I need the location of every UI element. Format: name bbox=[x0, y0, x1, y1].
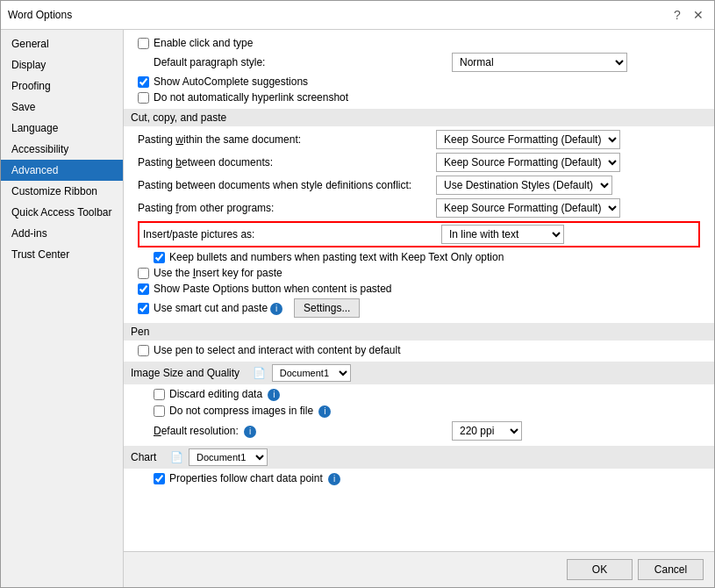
chart-header-text: Chart bbox=[131, 451, 156, 463]
show-paste-options-label: Show Paste Options button when content i… bbox=[154, 283, 392, 295]
use-smart-cut-checkbox[interactable] bbox=[138, 303, 149, 314]
sidebar-item-quick-access-toolbar[interactable]: Quick Access Toolbar bbox=[1, 202, 123, 223]
default-paragraph-style-select[interactable]: Normal bbox=[452, 53, 627, 72]
use-insert-key-label: Use the Insert key for paste bbox=[154, 267, 282, 279]
help-button[interactable]: ? bbox=[669, 6, 686, 24]
sidebar-item-language[interactable]: Language bbox=[1, 118, 123, 139]
sidebar-item-trust-center[interactable]: Trust Center bbox=[1, 244, 123, 265]
image-size-header-text: Image Size and Quality bbox=[131, 367, 240, 379]
sidebar-item-add-ins[interactable]: Add-ins bbox=[1, 223, 123, 244]
pasting-style-conflict-row: Pasting between documents when style def… bbox=[138, 176, 700, 195]
doc-chart-icon: 📄 bbox=[253, 367, 266, 379]
pasting-between-docs-select[interactable]: Keep Source Formatting (Default) bbox=[436, 153, 620, 172]
enable-click-type-label: Enable click and type bbox=[154, 37, 253, 49]
do-not-compress-row: Do not compress images in file i bbox=[138, 405, 700, 418]
main-panel: Enable click and type Default paragraph … bbox=[124, 30, 714, 587]
properties-follow-info-icon: i bbox=[328, 473, 340, 485]
properties-follow-label: Properties follow chart data point i bbox=[169, 472, 340, 485]
content-area: General Display Proofing Save Language A… bbox=[1, 30, 714, 587]
default-resolution-row: Default resolution: i 96 ppi 150 ppi 220… bbox=[138, 421, 700, 441]
cut-copy-paste-header: Cut, copy, and paste bbox=[124, 109, 714, 126]
do-not-hyperlink-checkbox[interactable] bbox=[138, 92, 149, 104]
pasting-same-doc-label: Pasting within the same document: bbox=[138, 133, 436, 146]
smart-cut-info-icon: i bbox=[270, 303, 282, 315]
use-smart-cut-label: Use smart cut and pastei bbox=[154, 302, 282, 315]
discard-editing-label: Discard editing data i bbox=[169, 388, 280, 401]
enable-click-type-row: Enable click and type bbox=[138, 37, 700, 49]
properties-follow-checkbox[interactable] bbox=[154, 473, 165, 484]
chart-header: Chart 📄 Document1 bbox=[124, 446, 714, 469]
sidebar-item-display[interactable]: Display bbox=[1, 54, 123, 75]
sidebar-item-accessibility[interactable]: Accessibility bbox=[1, 139, 123, 160]
sidebar-item-proofing[interactable]: Proofing bbox=[1, 75, 123, 97]
properties-follow-row: Properties follow chart data point i bbox=[138, 472, 700, 485]
default-resolution-label: Default resolution: i bbox=[154, 425, 452, 438]
enable-click-type-checkbox[interactable] bbox=[138, 38, 149, 49]
discard-editing-info-icon: i bbox=[268, 389, 280, 401]
do-not-compress-checkbox[interactable] bbox=[154, 405, 165, 417]
do-not-compress-info-icon: i bbox=[318, 405, 331, 418]
insert-paste-row: Insert/paste pictures as: In line with t… bbox=[138, 221, 700, 247]
pasting-same-doc-row: Pasting within the same document: Keep S… bbox=[138, 130, 700, 149]
cancel-button[interactable]: Cancel bbox=[638, 559, 704, 580]
show-paste-options-row: Show Paste Options button when content i… bbox=[138, 283, 700, 295]
insert-paste-label: Insert/paste pictures as: bbox=[143, 228, 441, 240]
resolution-info-icon: i bbox=[244, 426, 256, 438]
keep-bullets-row: Keep bullets and numbers when pasting te… bbox=[138, 251, 700, 263]
insert-paste-select[interactable]: In line with text Square Tight Through bbox=[441, 225, 564, 244]
default-paragraph-style-row: Default paragraph style: Normal bbox=[138, 53, 700, 72]
use-smart-cut-row: Use smart cut and pastei Settings... bbox=[138, 298, 700, 318]
discard-editing-checkbox[interactable] bbox=[154, 389, 165, 400]
word-options-dialog: Word Options ? ✕ General Display Proofin… bbox=[0, 0, 715, 588]
chart-icon: 📄 bbox=[170, 451, 183, 463]
do-not-hyperlink-label: Do not automatically hyperlink screensho… bbox=[154, 91, 348, 104]
default-paragraph-style-label: Default paragraph style: bbox=[154, 56, 452, 68]
show-paste-options-checkbox[interactable] bbox=[138, 283, 149, 295]
pasting-same-doc-select[interactable]: Keep Source Formatting (Default) bbox=[436, 130, 620, 149]
sidebar-item-advanced[interactable]: Advanced bbox=[1, 160, 123, 181]
ok-button[interactable]: OK bbox=[567, 559, 633, 580]
close-button[interactable]: ✕ bbox=[690, 6, 707, 24]
settings-button[interactable]: Settings... bbox=[294, 298, 360, 318]
show-autocomplete-label: Show AutoComplete suggestions bbox=[154, 75, 308, 88]
chart-doc-select[interactable]: Document1 bbox=[189, 448, 268, 466]
title-bar: Word Options ? ✕ bbox=[1, 1, 714, 30]
scrollable-content[interactable]: Enable click and type Default paragraph … bbox=[124, 30, 714, 551]
use-pen-checkbox[interactable] bbox=[138, 345, 149, 356]
sidebar-item-general[interactable]: General bbox=[1, 33, 123, 54]
image-size-header: Image Size and Quality 📄 Document1 bbox=[124, 362, 714, 384]
dialog-title: Word Options bbox=[8, 9, 72, 21]
discard-editing-row: Discard editing data i bbox=[138, 388, 700, 401]
keep-bullets-label: Keep bullets and numbers when pasting te… bbox=[169, 251, 504, 263]
show-autocomplete-checkbox[interactable] bbox=[138, 76, 149, 88]
show-autocomplete-row: Show AutoComplete suggestions bbox=[138, 75, 700, 88]
pen-header: Pen bbox=[124, 323, 714, 341]
keep-bullets-checkbox[interactable] bbox=[154, 252, 165, 263]
do-not-compress-label: Do not compress images in file i bbox=[169, 405, 331, 418]
sidebar-item-save[interactable]: Save bbox=[1, 97, 123, 118]
use-pen-label: Use pen to select and interact with cont… bbox=[154, 344, 401, 356]
pasting-style-conflict-label: Pasting between documents when style def… bbox=[138, 179, 436, 191]
sidebar-item-customize-ribbon[interactable]: Customize Ribbon bbox=[1, 181, 123, 202]
sidebar: General Display Proofing Save Language A… bbox=[1, 30, 124, 587]
pasting-between-docs-label: Pasting between documents: bbox=[138, 156, 436, 169]
pasting-other-programs-row: Pasting from other programs: Keep Source… bbox=[138, 198, 700, 218]
use-pen-row: Use pen to select and interact with cont… bbox=[138, 344, 700, 356]
pasting-style-conflict-select[interactable]: Use Destination Styles (Default) bbox=[436, 176, 612, 195]
default-resolution-select[interactable]: 96 ppi 150 ppi 220 ppi 330 ppi bbox=[452, 421, 522, 441]
image-doc-select[interactable]: Document1 bbox=[272, 364, 351, 382]
do-not-hyperlink-row: Do not automatically hyperlink screensho… bbox=[138, 91, 700, 104]
use-insert-key-checkbox[interactable] bbox=[138, 268, 149, 279]
bottom-bar: OK Cancel bbox=[124, 551, 714, 587]
pasting-other-programs-label: Pasting from other programs: bbox=[138, 202, 436, 214]
use-insert-key-row: Use the Insert key for paste bbox=[138, 267, 700, 279]
pasting-between-docs-row: Pasting between documents: Keep Source F… bbox=[138, 153, 700, 172]
pasting-other-programs-select[interactable]: Keep Source Formatting (Default) bbox=[436, 198, 620, 218]
